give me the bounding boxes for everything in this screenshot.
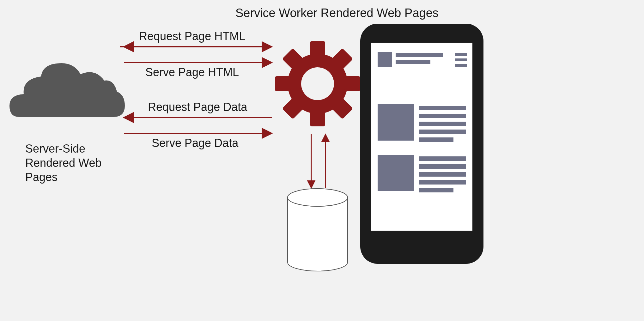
svg-rect-5 bbox=[275, 76, 291, 91]
svg-rect-18 bbox=[396, 60, 430, 64]
svg-rect-16 bbox=[378, 52, 392, 67]
cloud-icon bbox=[9, 63, 125, 117]
svg-rect-33 bbox=[419, 188, 453, 192]
svg-rect-6 bbox=[344, 76, 360, 91]
diagram-root: Service Worker Rendered Web Pages Server… bbox=[0, 0, 644, 321]
svg-rect-28 bbox=[378, 155, 414, 191]
svg-rect-27 bbox=[419, 137, 453, 142]
svg-rect-19 bbox=[455, 53, 467, 56]
svg-rect-4 bbox=[310, 111, 325, 126]
svg-rect-29 bbox=[419, 156, 466, 161]
svg-rect-3 bbox=[310, 41, 325, 57]
svg-rect-20 bbox=[455, 58, 467, 61]
svg-rect-21 bbox=[455, 64, 467, 67]
svg-rect-26 bbox=[419, 130, 466, 134]
gear-icon bbox=[257, 23, 378, 144]
svg-point-13 bbox=[288, 189, 348, 206]
diagram-canvas bbox=[0, 0, 644, 321]
horizontal-arrows bbox=[124, 47, 272, 133]
phone-icon bbox=[360, 24, 483, 264]
svg-rect-25 bbox=[419, 122, 466, 126]
svg-rect-23 bbox=[419, 106, 466, 110]
svg-point-11 bbox=[301, 67, 334, 100]
svg-rect-17 bbox=[396, 53, 443, 57]
svg-rect-32 bbox=[419, 180, 466, 185]
svg-rect-24 bbox=[419, 114, 466, 118]
vertical-arrows bbox=[311, 134, 325, 188]
svg-rect-22 bbox=[378, 104, 414, 141]
svg-rect-31 bbox=[419, 172, 466, 177]
cache-icon bbox=[288, 189, 348, 271]
svg-rect-30 bbox=[419, 164, 466, 169]
